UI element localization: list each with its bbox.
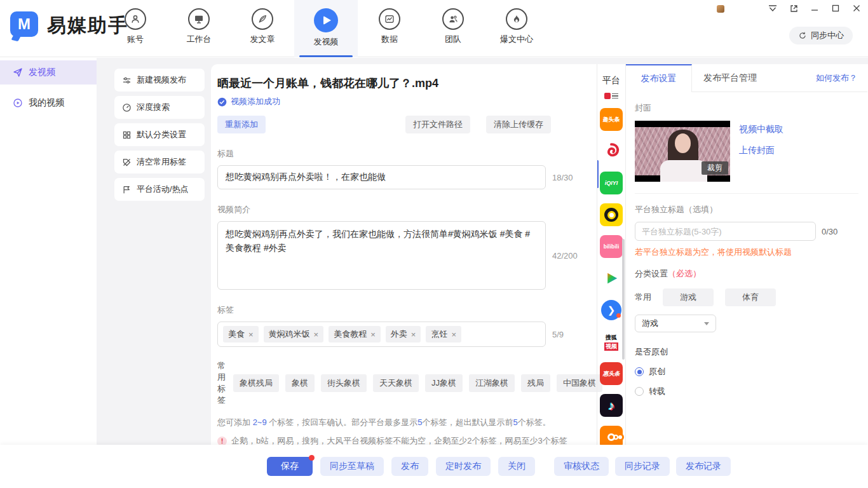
platform-haokan-icon[interactable]: ❯ bbox=[600, 299, 623, 322]
category-dropdown[interactable]: 游戏 bbox=[635, 315, 716, 332]
new-video-publish-button[interactable]: 新建视频发布 bbox=[114, 69, 205, 92]
deep-search-button[interactable]: 深度搜索 bbox=[114, 96, 205, 119]
tag-remove-icon[interactable]: × bbox=[248, 330, 254, 339]
cover-thumbnail[interactable]: 裁剪 bbox=[635, 121, 730, 182]
platform-header: 平台 bbox=[602, 75, 620, 86]
tag-remove-icon[interactable]: × bbox=[411, 330, 416, 339]
how-to-publish-link[interactable]: 如何发布？ bbox=[816, 64, 857, 92]
clear-upload-cache-button[interactable]: 清除上传缓存 bbox=[486, 116, 551, 133]
platform-sohu-video-icon[interactable]: 搜狐 视频 bbox=[600, 330, 623, 353]
clear-common-tags-button[interactable]: 清空常用标签 bbox=[114, 151, 205, 173]
close-button[interactable] bbox=[851, 4, 862, 13]
tag-chip: 美食× bbox=[223, 326, 259, 342]
nav-workbench[interactable]: 工作台 bbox=[167, 0, 231, 57]
nav-hot-center[interactable]: 爆文中心 bbox=[485, 0, 548, 57]
tag-chip: 外卖× bbox=[386, 326, 421, 342]
active-platform-indicator bbox=[597, 160, 599, 188]
sidebar-item-publish-video[interactable]: 发视频 bbox=[0, 60, 97, 85]
grid-icon bbox=[122, 130, 132, 140]
crop-badge[interactable]: 裁剪 bbox=[702, 161, 728, 175]
minimize-button[interactable] bbox=[810, 4, 820, 13]
title-input[interactable] bbox=[217, 165, 546, 189]
upload-cover-link[interactable]: 上传封面 bbox=[739, 145, 783, 156]
cover-label: 封面 bbox=[635, 102, 858, 114]
platform-iqiyi-icon[interactable]: iQIYI bbox=[600, 172, 623, 194]
video-file-name: 晒最近一个月账单，钱都花在哪儿了？.mp4 bbox=[217, 76, 597, 91]
platform-title-input[interactable] bbox=[635, 222, 816, 241]
data-chart-icon bbox=[379, 8, 400, 30]
pin-dropdown-icon[interactable] bbox=[768, 4, 778, 13]
platform-bilibili-icon[interactable]: bilibili bbox=[600, 235, 623, 258]
sliders-icon bbox=[122, 76, 132, 85]
common-tag[interactable]: 象棋 bbox=[285, 374, 315, 392]
platform-kuaishou-icon[interactable] bbox=[600, 426, 623, 445]
review-status-button[interactable]: 审核状态 bbox=[554, 457, 609, 476]
account-icon bbox=[125, 8, 146, 30]
common-tags-row: 常用标签 象棋残局 象棋 街头象棋 天天象棋 JJ象棋 江湖象棋 残局 中国象棋 bbox=[217, 360, 597, 406]
sync-records-button[interactable]: 同步记录 bbox=[615, 457, 670, 476]
platform-strip: 平台 趣头条 iQIYI bilibili bbox=[597, 64, 626, 445]
sync-to-draft-button[interactable]: 同步至草稿 bbox=[320, 457, 384, 476]
platform-douyin-icon[interactable]: ♪ bbox=[600, 394, 623, 417]
common-tag[interactable]: 天天象棋 bbox=[373, 374, 419, 392]
tag-remove-icon[interactable]: × bbox=[370, 330, 376, 339]
platform-tencent-video-icon[interactable] bbox=[600, 267, 623, 290]
common-category-label: 常用 bbox=[635, 292, 651, 303]
common-tag[interactable]: 残局 bbox=[521, 374, 550, 392]
platform-scrollbar[interactable] bbox=[622, 239, 625, 360]
close-editor-button[interactable]: 关闭 bbox=[498, 457, 535, 476]
video-play-icon bbox=[314, 8, 338, 32]
quick-category-sports[interactable]: 体育 bbox=[725, 288, 776, 306]
refresh-icon bbox=[798, 31, 807, 40]
platform-activity-button[interactable]: 平台活动/热点 bbox=[114, 178, 205, 201]
platform-qutoutiao-icon[interactable]: 趣头条 bbox=[600, 108, 623, 131]
readd-video-button[interactable]: 重新添加 bbox=[217, 116, 266, 133]
window-controls bbox=[768, 4, 862, 13]
feedback-icon[interactable] bbox=[789, 4, 799, 13]
original-label: 是否原创 bbox=[635, 346, 858, 358]
platform-ifeng-icon[interactable] bbox=[600, 140, 623, 163]
common-tag[interactable]: JJ象棋 bbox=[425, 374, 463, 392]
scheduled-publish-button[interactable]: 定时发布 bbox=[436, 457, 491, 476]
article-pen-icon bbox=[252, 8, 273, 30]
nav-data[interactable]: 数据 bbox=[358, 0, 421, 57]
tab-publish-settings[interactable]: 发布设置 bbox=[626, 64, 692, 92]
quick-category-game[interactable]: 游戏 bbox=[663, 288, 714, 306]
title-label: 标题 bbox=[217, 148, 597, 159]
publish-button[interactable]: 发布 bbox=[391, 457, 428, 476]
tag-remove-icon[interactable]: × bbox=[314, 330, 319, 339]
radio-selected-icon bbox=[635, 367, 644, 376]
capture-from-video-link[interactable]: 视频中截取 bbox=[739, 124, 783, 135]
common-tag[interactable]: 象棋残局 bbox=[233, 374, 279, 392]
description-textarea[interactable]: 想吃黄焖鸡别再点外卖了，我们在家也能做，方法很简单#黄焖鸡米饭 #美食 #美食教… bbox=[217, 221, 546, 290]
default-category-button[interactable]: 默认分类设置 bbox=[114, 123, 205, 146]
nav-account[interactable]: 账号 bbox=[104, 0, 167, 57]
platform-music-record-icon[interactable] bbox=[600, 203, 623, 226]
platform-huitoutiao-icon[interactable]: 惠头条 bbox=[600, 362, 623, 385]
save-button[interactable]: 保存 bbox=[267, 457, 313, 476]
tag-remove-icon[interactable]: × bbox=[451, 330, 456, 339]
workbench-icon bbox=[188, 8, 210, 30]
app-header: M 易媒助手 账号 工作台 发文章 bbox=[0, 0, 868, 57]
common-tag[interactable]: 江湖象棋 bbox=[469, 374, 515, 392]
publish-records-button[interactable]: 发布记录 bbox=[676, 457, 731, 476]
common-tag[interactable]: 街头象棋 bbox=[321, 374, 367, 392]
tag-chip: 黄焖鸡米饭× bbox=[264, 326, 324, 342]
common-tag[interactable]: 中国象棋 bbox=[557, 374, 602, 392]
tags-counter: 5/9 bbox=[552, 330, 564, 339]
maximize-button[interactable] bbox=[831, 4, 841, 13]
main-panel: 晒最近一个月账单，钱都花在哪儿了？.mp4 视频添加成功 重新添加 打开文件路径… bbox=[211, 64, 868, 445]
sidebar-item-my-videos[interactable]: 我的视频 bbox=[0, 91, 97, 115]
open-file-path-button[interactable]: 打开文件路径 bbox=[405, 116, 470, 133]
radio-repost[interactable]: 转载 bbox=[635, 386, 858, 397]
tab-platform-management[interactable]: 发布平台管理 bbox=[692, 64, 768, 92]
nav-publish-video[interactable]: 发视频 bbox=[294, 0, 358, 57]
tags-input[interactable]: 美食× 黄焖鸡米饭× 美食教程× 外卖× 烹饪× bbox=[217, 322, 546, 347]
nav-team[interactable]: 团队 bbox=[421, 0, 485, 57]
sync-center-button[interactable]: 同步中心 bbox=[789, 27, 853, 44]
flame-icon bbox=[506, 8, 527, 30]
tag-chip: 美食教程× bbox=[329, 326, 381, 342]
radio-original[interactable]: 原创 bbox=[635, 366, 858, 377]
nav-publish-article[interactable]: 发文章 bbox=[231, 0, 294, 57]
app-logo-icon: M bbox=[10, 11, 39, 39]
